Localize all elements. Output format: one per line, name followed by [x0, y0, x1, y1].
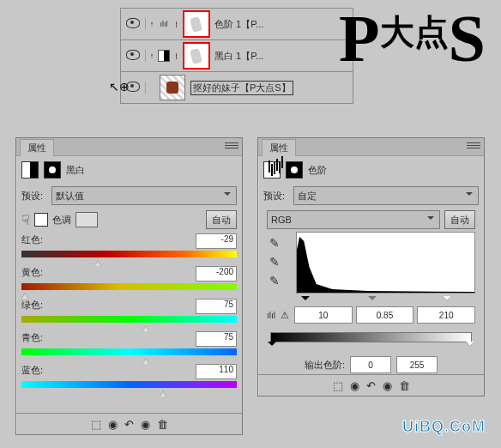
gradient-track	[21, 316, 237, 323]
bw-icon	[158, 50, 170, 62]
gray-point-handle[interactable]	[368, 296, 377, 305]
link-icon: ⁞	[170, 51, 182, 61]
view-prev-icon[interactable]: ◉	[108, 418, 118, 431]
reset-icon[interactable]: ↶	[366, 379, 376, 392]
panel-header: 黑白	[16, 156, 242, 184]
preset-label: 预设:	[21, 190, 47, 203]
panel-footer: ⬚ ◉ ↶ ◉ 🗑	[16, 413, 242, 434]
tab-properties[interactable]: 属性	[262, 139, 296, 156]
layer-row-levels[interactable]: ↑ ılıl ⁞ 色阶 1【P...	[121, 8, 353, 39]
gradient-track	[21, 348, 237, 355]
eye-icon	[126, 18, 140, 28]
slider-cyan[interactable]: 青色:75	[21, 331, 237, 355]
tint-label: 色调	[52, 214, 71, 227]
levels-adjustment-icon	[263, 161, 281, 179]
panel-header: 色阶	[258, 156, 484, 184]
tint-checkbox[interactable]	[34, 213, 48, 227]
input-white-field[interactable]: 210	[417, 306, 475, 324]
layers-panel: ↑ ılıl ⁞ 色阶 1【P... ↑ ⁞ 黑白 1【P... ↖⊕ 抠好的妹…	[120, 8, 353, 104]
warning-icon[interactable]: ⚠	[279, 310, 291, 321]
layer-row-image[interactable]: ↖⊕ 抠好的妹子【P大点S】	[121, 71, 353, 103]
eye-icon	[126, 50, 140, 60]
slider-handle[interactable]	[160, 388, 166, 397]
visibility-icon[interactable]: ◉	[141, 418, 150, 431]
view-prev-icon[interactable]: ◉	[350, 379, 359, 392]
white-point-handle[interactable]	[443, 296, 451, 305]
black-point-handle[interactable]	[301, 296, 310, 305]
gradient-track	[21, 381, 237, 388]
panel-tabs: 属性	[258, 138, 484, 156]
panel-menu-icon[interactable]	[467, 141, 480, 153]
layer-mask[interactable]	[184, 43, 209, 69]
eyedropper-group: ✎ ✎ ✎	[267, 232, 291, 305]
slider-blue[interactable]: 蓝色:110	[21, 364, 237, 388]
value-input[interactable]: 110	[196, 364, 237, 379]
value-input[interactable]: 75	[196, 331, 237, 347]
panel-footer: ⬚ ◉ ↶ ◉ 🗑	[258, 374, 484, 396]
histogram-mini-icon: ılıl	[267, 311, 275, 320]
input-slider[interactable]	[296, 296, 475, 305]
value-input[interactable]: 75	[196, 299, 237, 314]
target-adjust-icon[interactable]: ☟	[21, 212, 30, 228]
slider-handle[interactable]	[94, 257, 101, 266]
logo-text: P大点S	[339, 9, 486, 69]
eyedropper-gray-icon[interactable]: ✎	[267, 254, 282, 269]
bw-adjustment-icon	[21, 161, 39, 179]
eye-icon	[126, 82, 140, 92]
slider-handle[interactable]	[142, 323, 149, 331]
output-label: 输出色阶:	[305, 359, 345, 372]
visibility-toggle[interactable]	[121, 18, 146, 30]
mask-icon[interactable]	[286, 161, 303, 179]
slider-red[interactable]: 红色:-29	[21, 233, 237, 257]
gradient-track	[21, 283, 237, 290]
preset-select[interactable]: 默认值	[51, 186, 237, 205]
gradient-track	[21, 251, 237, 257]
output-black-field[interactable]: 0	[350, 356, 391, 373]
output-black-handle[interactable]	[268, 342, 276, 350]
eyedropper-black-icon[interactable]: ✎	[267, 235, 282, 251]
layer-name: 黑白 1【P...	[214, 50, 263, 63]
link-icon: ⁞	[170, 20, 182, 29]
slider-handle[interactable]	[142, 355, 149, 364]
reset-icon[interactable]: ↶	[124, 418, 134, 431]
trash-icon[interactable]: 🗑	[157, 418, 168, 431]
clip-icon[interactable]: ⬚	[333, 379, 343, 392]
slider-yellow[interactable]: 黄色:-200	[21, 266, 237, 290]
input-gamma-field[interactable]: 0.85	[356, 306, 414, 324]
bw-properties-panel: 属性 黑白 预设: 默认值 ☟ 色调 自动 红色:-29 黄色:-200 绿色:…	[15, 137, 243, 435]
levels-properties-panel: 属性 色阶 预设: 自定 RGB 自动 ✎ ✎ ✎ ı	[257, 137, 485, 397]
clip-icon[interactable]: ⬚	[91, 418, 101, 431]
output-gradient[interactable]	[270, 332, 472, 342]
preset-label: 预设:	[263, 190, 289, 203]
panel-title: 色阶	[308, 164, 327, 177]
layer-mask[interactable]	[184, 11, 209, 37]
visibility-toggle[interactable]	[121, 50, 146, 62]
mask-icon[interactable]	[44, 161, 61, 179]
layer-name[interactable]: 抠好的妹子【P大点S】	[190, 81, 293, 95]
watermark: UiBQ.CoM	[402, 418, 486, 436]
output-white-handle[interactable]	[466, 342, 474, 350]
eyedropper-white-icon[interactable]: ✎	[267, 273, 282, 288]
panel-title: 黑白	[66, 164, 85, 177]
value-input[interactable]: -200	[196, 266, 237, 282]
visibility-icon[interactable]: ◉	[383, 379, 392, 392]
tint-swatch[interactable]	[75, 212, 98, 227]
value-input[interactable]: -29	[196, 233, 237, 249]
panel-tabs: 属性	[16, 138, 242, 156]
slider-handle[interactable]	[21, 290, 28, 299]
layer-name: 色阶 1【P...	[214, 18, 263, 31]
auto-button[interactable]: 自动	[206, 210, 237, 229]
input-black-field[interactable]: 10	[294, 306, 353, 324]
histogram	[296, 232, 475, 294]
slider-green[interactable]: 绿色:75	[21, 299, 237, 323]
tab-properties[interactable]: 属性	[20, 139, 54, 156]
channel-select[interactable]: RGB	[267, 210, 440, 229]
panel-menu-icon[interactable]	[225, 141, 238, 153]
histogram-icon: ılıl	[158, 20, 170, 28]
layer-row-bw[interactable]: ↑ ⁞ 黑白 1【P...	[121, 39, 353, 71]
output-white-field[interactable]: 255	[396, 356, 438, 373]
preset-select[interactable]: 自定	[293, 186, 479, 205]
layer-thumbnail[interactable]	[160, 75, 185, 100]
auto-button[interactable]: 自动	[444, 210, 475, 229]
trash-icon[interactable]: 🗑	[399, 379, 410, 392]
